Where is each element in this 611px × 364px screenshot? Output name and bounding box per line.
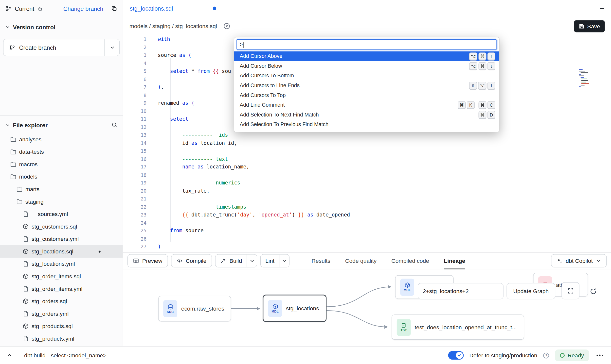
file-tree-item-stg-customers-sql[interactable]: stg_customers.sql	[0, 220, 123, 233]
code-line[interactable]: id as location_id,	[158, 139, 611, 147]
lineage-node-source[interactable]: SRC ecom.raw_stores	[158, 296, 231, 321]
command-item-add-cursor-above[interactable]: Add Cursor Above⌥⌘↑	[234, 51, 499, 61]
line-number: 11	[123, 115, 146, 123]
model-icon	[23, 273, 29, 279]
version-control-header[interactable]: Version control	[0, 20, 123, 33]
tab-compiled-code[interactable]: Compiled code	[391, 253, 429, 269]
keycap: ⌘	[479, 111, 486, 118]
lineage-search-input[interactable]	[418, 283, 503, 299]
fullscreen-button[interactable]	[561, 282, 579, 299]
file-tree-item-models[interactable]: models	[0, 170, 123, 183]
tab-lineage[interactable]: Lineage	[444, 253, 465, 269]
code-line[interactable]: ---------- timestamps	[158, 203, 611, 211]
change-branch-link[interactable]: Change branch	[63, 5, 103, 12]
tab-results[interactable]: Results	[311, 253, 330, 269]
file-tree-item-stg-orders-sql[interactable]: stg_orders.sql	[0, 295, 123, 308]
command-input[interactable]: >	[236, 39, 497, 50]
code-line[interactable]: ---------- text	[158, 155, 611, 163]
build-button: Build	[215, 254, 257, 267]
code-line[interactable]: tax_rate,	[158, 187, 611, 195]
lineage-node-test[interactable]: TST test_does_location_opened_at_trunc_t…	[392, 314, 524, 340]
file-tree-item-stg-products-sql[interactable]: stg_products.sql	[0, 320, 123, 332]
update-graph-button[interactable]: Update Graph	[507, 283, 556, 299]
file-tree-item-marts[interactable]: marts	[0, 183, 123, 196]
command-item-add-cursor-below[interactable]: Add Cursor Below⌥⌘↓	[234, 61, 499, 71]
code-icon	[176, 258, 182, 264]
command-label: Add Selection To Next Find Match	[240, 112, 319, 118]
overflow-menu[interactable]	[594, 353, 605, 358]
file-tree-item-macros[interactable]: macros	[0, 158, 123, 171]
build-caret[interactable]	[247, 255, 257, 267]
code-line[interactable]: )	[158, 243, 611, 251]
current-branch-label[interactable]: Current	[15, 5, 34, 12]
refresh-button[interactable]	[588, 286, 598, 297]
command-item-add-selection-to-previous-find-match[interactable]: Add Selection To Previous Find Match	[234, 119, 499, 129]
keycap: D	[487, 111, 495, 118]
code-line[interactable]: {{ dbt.date_trunc('day', 'opened_at') }}…	[158, 211, 611, 219]
lint-caret[interactable]	[279, 255, 289, 267]
command-item-add-line-comment[interactable]: Add Line Comment⌘K⌘C	[234, 100, 499, 110]
file-tree-item-stg-products-yml[interactable]: stg_products.yml	[0, 332, 123, 345]
file-label: staging	[25, 199, 44, 205]
create-branch-caret[interactable]	[105, 39, 119, 56]
code-line[interactable]	[158, 195, 611, 203]
command-label: Add Line Comment	[240, 102, 285, 108]
chevron-up-icon[interactable]	[6, 352, 12, 358]
command-item-add-cursors-to-bottom[interactable]: Add Cursors To Bottom	[234, 71, 499, 81]
code-line[interactable]	[158, 147, 611, 155]
cube-icon	[404, 282, 410, 288]
file-explorer-header[interactable]: File explorer	[0, 118, 123, 132]
help-icon[interactable]: ?	[543, 352, 549, 359]
sidebar: Current Change branch Version control	[0, 0, 123, 347]
file-tree-item-stg-locations-sql[interactable]: stg_locations.sql	[0, 245, 123, 258]
code-line[interactable]: from source	[158, 227, 611, 235]
defer-toggle[interactable]	[448, 351, 464, 360]
new-tab-button[interactable]	[598, 5, 605, 12]
keycap: C	[487, 101, 495, 109]
lineage-node-stg-locations[interactable]: MDL stg_locations	[263, 295, 326, 322]
tab-stg-locations-sql[interactable]: stg_locations.sql	[123, 0, 222, 17]
copy-icon[interactable]	[111, 5, 117, 12]
command-item-add-cursors-to-top[interactable]: Add Cursors To Top	[234, 90, 499, 100]
build-main[interactable]: Build	[216, 255, 247, 267]
search-icon[interactable]	[111, 122, 118, 128]
line-number: 14	[123, 139, 146, 147]
file-tree-item-stg-orders-yml[interactable]: stg_orders.yml	[0, 308, 123, 320]
file-label: data-tests	[19, 149, 44, 155]
save-button[interactable]: Save	[574, 20, 605, 32]
code-line[interactable]: name as location_name,	[158, 163, 611, 171]
status-ready-badge[interactable]: Ready	[555, 349, 589, 361]
tab-code-quality[interactable]: Code quality	[345, 253, 377, 269]
command-label: Add Cursors To Top	[240, 92, 286, 98]
compile-label: Compile	[186, 258, 206, 264]
file-icon	[23, 261, 29, 267]
dbt-copilot-button[interactable]: dbt Copilot	[551, 254, 607, 267]
file-tree-item-stg-customers-yml[interactable]: stg_customers.yml	[0, 233, 123, 245]
code-line[interactable]	[158, 219, 611, 227]
command-item-add-selection-to-next-find-match[interactable]: Add Selection To Next Find Match⌘D	[234, 110, 499, 120]
compass-icon[interactable]	[223, 23, 230, 30]
lint-main[interactable]: Lint	[261, 255, 279, 267]
cube-icon	[272, 303, 278, 309]
minimap[interactable]	[578, 68, 594, 87]
file-label: stg_customers.sql	[32, 223, 77, 230]
file-tree-item-staging[interactable]: staging	[0, 195, 123, 208]
code-line[interactable]	[158, 171, 611, 179]
compile-button[interactable]: Compile	[171, 254, 212, 267]
file-tree-item-stg-order-items-yml[interactable]: stg_order_items.yml	[0, 282, 123, 295]
code-line[interactable]: ---------- ids	[158, 131, 611, 139]
file-tree-item-sources-yml[interactable]: __sources.yml	[0, 208, 123, 220]
folder-icon	[10, 161, 16, 167]
expand-icon	[567, 287, 574, 294]
file-tree-item-stg-locations-yml[interactable]: stg_locations.yml	[0, 258, 123, 270]
create-branch-main[interactable]: Create branch	[3, 39, 104, 56]
file-tree-item-stg-order-items-sql[interactable]: stg_order_items.sql	[0, 270, 123, 283]
line-number: 21	[123, 195, 146, 203]
file-label: marts	[25, 186, 39, 192]
file-tree-item-data-tests[interactable]: data-tests	[0, 146, 123, 158]
file-tree-item-analyses[interactable]: analyses	[0, 133, 123, 146]
command-item-add-cursors-to-line-ends[interactable]: Add Cursors to Line Ends⇧⌥I	[234, 81, 499, 90]
code-line[interactable]: ---------- numerics	[158, 179, 611, 187]
preview-button[interactable]: Preview	[127, 254, 168, 267]
code-line[interactable]	[158, 235, 611, 243]
